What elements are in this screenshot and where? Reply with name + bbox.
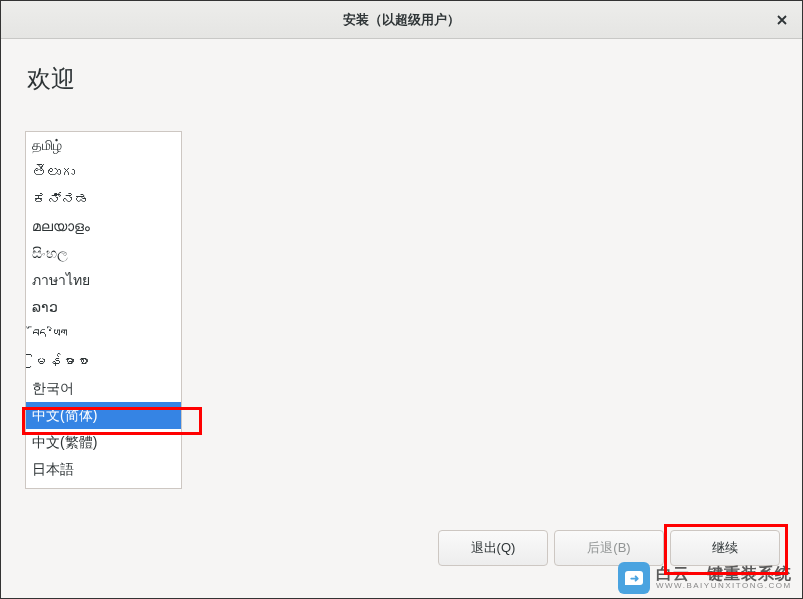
page-title: 欢迎 (25, 63, 778, 95)
language-item[interactable]: ภาษาไทย (26, 267, 181, 294)
language-item[interactable]: 中文(繁體) (26, 429, 181, 456)
content-area: 欢迎 தமிழ்తెలుగుಕನ್ನಡമലയാളംසිංහලภาษาไทยລາວ… (1, 39, 802, 598)
language-item[interactable]: 한국어 (26, 375, 181, 402)
language-item[interactable]: தமிழ் (26, 132, 181, 159)
window-titlebar: 安装（以超级用户） (1, 1, 802, 39)
window-title: 安装（以超级用户） (343, 11, 460, 29)
watermark-main-text: 白云一键重装系统 (656, 565, 792, 583)
footer-buttons: 退出(Q) 后退(B) 继续 (438, 530, 780, 566)
language-item[interactable]: മലയാളം (26, 213, 181, 240)
language-list-container: தமிழ்తెలుగుಕನ್ನಡമലയാളംසිංහලภาษาไทยລາວབོད… (25, 131, 778, 489)
language-item[interactable]: ລາວ (26, 294, 181, 321)
language-item[interactable]: తెలుగు (26, 159, 181, 186)
close-icon[interactable] (774, 12, 790, 28)
language-item[interactable]: བོད་ཡིག (26, 321, 181, 348)
back-button[interactable]: 后退(B) (554, 530, 664, 566)
language-item[interactable]: 中文(简体) (26, 402, 181, 429)
language-item[interactable]: සිංහල (26, 240, 181, 267)
continue-button[interactable]: 继续 (670, 530, 780, 566)
language-item[interactable]: 日本語 (26, 456, 181, 483)
watermark-logo-icon (618, 562, 650, 594)
watermark: 白云一键重装系统 WWW.BAIYUNXITONG.COM (618, 562, 792, 594)
language-item[interactable]: ಕನ್ನಡ (26, 186, 181, 213)
watermark-text: 白云一键重装系统 WWW.BAIYUNXITONG.COM (656, 565, 792, 591)
quit-button[interactable]: 退出(Q) (438, 530, 548, 566)
language-list[interactable]: தமிழ்తెలుగుಕನ್ನಡമലയാളംසිංහලภาษาไทยລາວབོད… (25, 131, 182, 489)
watermark-sub-text: WWW.BAIYUNXITONG.COM (656, 582, 792, 591)
language-item[interactable]: မြန်မာစာ (26, 348, 181, 375)
